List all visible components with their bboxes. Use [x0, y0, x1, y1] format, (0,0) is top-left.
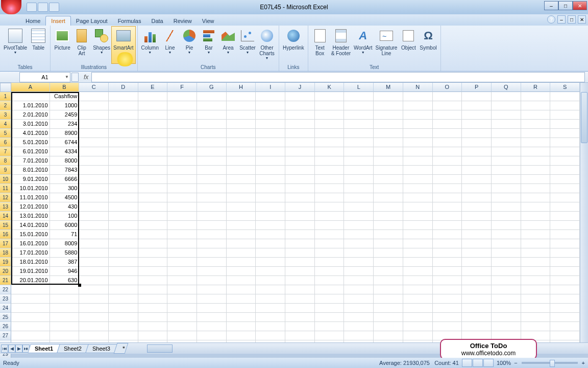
- cell-K18[interactable]: [315, 248, 345, 258]
- cell-Q16[interactable]: [492, 230, 521, 239]
- cell-I17[interactable]: [256, 239, 285, 248]
- cell-O26[interactable]: [433, 322, 462, 331]
- cell-I2[interactable]: [256, 101, 285, 110]
- cell-B12[interactable]: 4500: [50, 193, 80, 202]
- name-box[interactable]: A1 ▼: [19, 72, 70, 82]
- cell-O11[interactable]: [433, 184, 462, 193]
- cell-F3[interactable]: [167, 110, 197, 120]
- cell-M16[interactable]: [374, 230, 403, 239]
- cell-H7[interactable]: [227, 147, 256, 156]
- cell-Q12[interactable]: [492, 193, 521, 202]
- object-button[interactable]: Object: [399, 27, 418, 63]
- cell-N22[interactable]: [403, 285, 433, 294]
- cell-C6[interactable]: [79, 138, 109, 147]
- cell-L25[interactable]: [344, 313, 374, 322]
- cell-C14[interactable]: [79, 212, 109, 221]
- cell-K20[interactable]: [315, 267, 345, 276]
- row-header-11[interactable]: 11: [0, 184, 11, 193]
- column-header-S[interactable]: S: [550, 83, 580, 92]
- cell-E5[interactable]: [138, 129, 168, 138]
- cell-F2[interactable]: [167, 101, 197, 110]
- cell-S26[interactable]: [550, 322, 580, 331]
- cell-N21[interactable]: [403, 276, 433, 285]
- column-header-A[interactable]: A: [11, 83, 50, 92]
- cell-O5[interactable]: [433, 129, 462, 138]
- prev-sheet-button[interactable]: ◀: [8, 344, 15, 353]
- fx-icon[interactable]: fx: [84, 74, 88, 81]
- cell-Q15[interactable]: [492, 221, 521, 230]
- row-header-13[interactable]: 13: [0, 202, 11, 212]
- cell-P18[interactable]: [462, 248, 492, 258]
- cell-P2[interactable]: [462, 101, 492, 110]
- cell-C7[interactable]: [79, 147, 109, 156]
- row-header-17[interactable]: 17: [0, 239, 11, 248]
- cell-B27[interactable]: [50, 331, 80, 340]
- cell-G11[interactable]: [197, 184, 227, 193]
- cell-C4[interactable]: [79, 120, 109, 129]
- cell-Q7[interactable]: [492, 147, 521, 156]
- row-header-4[interactable]: 4: [0, 120, 11, 129]
- cell-M19[interactable]: [374, 258, 403, 267]
- cell-G19[interactable]: [197, 258, 227, 267]
- cell-K7[interactable]: [315, 147, 345, 156]
- cell-D16[interactable]: [109, 230, 138, 239]
- cell-M25[interactable]: [374, 313, 403, 322]
- cell-K13[interactable]: [315, 202, 345, 212]
- cell-O6[interactable]: [433, 138, 462, 147]
- cell-D4[interactable]: [109, 120, 138, 129]
- cell-C1[interactable]: [79, 92, 109, 101]
- column-header-Q[interactable]: Q: [492, 83, 521, 92]
- cell-I21[interactable]: [256, 276, 285, 285]
- cell-P24[interactable]: [462, 304, 492, 313]
- cell-O14[interactable]: [433, 212, 462, 221]
- cell-J11[interactable]: [285, 184, 315, 193]
- cell-S15[interactable]: [550, 221, 580, 230]
- cell-F7[interactable]: [167, 147, 197, 156]
- cell-G18[interactable]: [197, 248, 227, 258]
- help-button[interactable]: ?: [547, 15, 555, 24]
- scrollbar-thumb[interactable]: [147, 344, 173, 353]
- cell-M23[interactable]: [374, 294, 403, 304]
- cell-S3[interactable]: [550, 110, 580, 120]
- cell-M3[interactable]: [374, 110, 403, 120]
- cell-S20[interactable]: [550, 267, 580, 276]
- cell-E2[interactable]: [138, 101, 168, 110]
- first-sheet-button[interactable]: ⏮: [1, 344, 8, 353]
- cell-C19[interactable]: [79, 258, 109, 267]
- cell-M7[interactable]: [374, 147, 403, 156]
- cell-C15[interactable]: [79, 221, 109, 230]
- cell-M24[interactable]: [374, 304, 403, 313]
- cell-R23[interactable]: [521, 294, 551, 304]
- close-button[interactable]: ✕: [573, 1, 587, 10]
- cell-A23[interactable]: [11, 294, 50, 304]
- cell-E27[interactable]: [138, 331, 168, 340]
- row-header-14[interactable]: 14: [0, 212, 11, 221]
- column-header-B[interactable]: B: [50, 83, 80, 92]
- cell-J16[interactable]: [285, 230, 315, 239]
- cell-D27[interactable]: [109, 331, 138, 340]
- row-header-16[interactable]: 16: [0, 230, 11, 239]
- cell-B23[interactable]: [50, 294, 80, 304]
- cell-D24[interactable]: [109, 304, 138, 313]
- cell-J6[interactable]: [285, 138, 315, 147]
- cell-P1[interactable]: [462, 92, 492, 101]
- cell-B14[interactable]: 100: [50, 212, 80, 221]
- cell-K9[interactable]: [315, 166, 345, 175]
- cell-O24[interactable]: [433, 304, 462, 313]
- cell-R21[interactable]: [521, 276, 551, 285]
- cell-Q20[interactable]: [492, 267, 521, 276]
- cell-H8[interactable]: [227, 156, 256, 166]
- cell-S24[interactable]: [550, 304, 580, 313]
- cell-B5[interactable]: 8900: [50, 129, 80, 138]
- cell-E13[interactable]: [138, 202, 168, 212]
- cell-H21[interactable]: [227, 276, 256, 285]
- cell-P23[interactable]: [462, 294, 492, 304]
- cell-L13[interactable]: [344, 202, 374, 212]
- cell-N1[interactable]: [403, 92, 433, 101]
- column-header-R[interactable]: R: [521, 83, 551, 92]
- cell-C16[interactable]: [79, 230, 109, 239]
- cell-N19[interactable]: [403, 258, 433, 267]
- cell-I3[interactable]: [256, 110, 285, 120]
- cell-G6[interactable]: [197, 138, 227, 147]
- cell-D13[interactable]: [109, 202, 138, 212]
